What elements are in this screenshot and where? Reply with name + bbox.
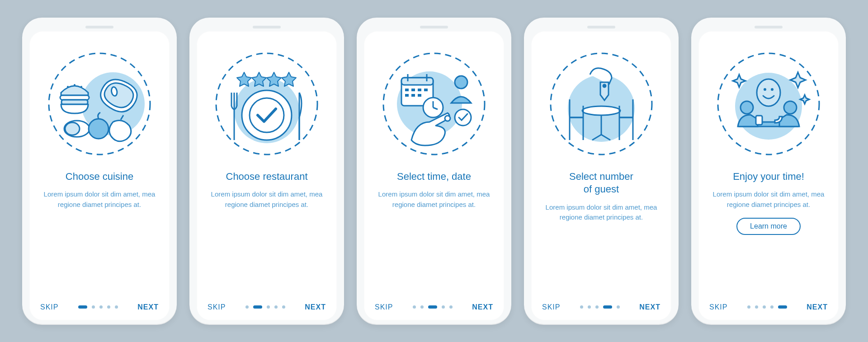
table-guests-icon [545, 47, 658, 160]
dot [245, 305, 249, 309]
svg-point-37 [445, 116, 450, 121]
svg-point-49 [757, 79, 780, 106]
dot [267, 305, 270, 309]
dot [274, 305, 278, 309]
dot [588, 305, 591, 309]
pagination-dots [245, 305, 285, 309]
phone-frame: Select time, date Lorem ipsum dolor sit … [357, 18, 511, 325]
skip-button[interactable]: SKIP [709, 303, 727, 311]
dot [282, 305, 285, 309]
pagination-dots [580, 305, 620, 309]
screen-footer: SKIP NEXT [39, 303, 160, 312]
phone-frame: Select number of guest Lorem ipsum dolor… [524, 18, 679, 325]
screen-footer: SKIP NEXT [374, 303, 494, 312]
dot-active [78, 305, 87, 309]
skip-button[interactable]: SKIP [375, 303, 393, 311]
dot [763, 305, 766, 309]
onboarding-screen-5: Enjoy your time! Lorem ipsum dolor sit d… [698, 31, 839, 320]
restaurant-rating-icon [210, 47, 323, 160]
svg-rect-29 [405, 94, 409, 97]
svg-rect-28 [424, 89, 428, 91]
svg-point-36 [455, 109, 471, 126]
screen-title: Choose restaurant [226, 170, 308, 183]
dot [449, 305, 453, 309]
screen-footer: SKIP NEXT [541, 303, 661, 312]
dot [413, 305, 416, 309]
screen-footer: SKIP NEXT [708, 303, 829, 312]
screen-body: Lorem ipsum dolor sit dim amet, mea regi… [43, 189, 156, 210]
learn-more-button[interactable]: Learn more [736, 218, 801, 235]
svg-point-53 [741, 101, 753, 114]
next-button[interactable]: NEXT [137, 303, 159, 311]
dot-active [603, 305, 612, 309]
dot [747, 305, 750, 309]
skip-button[interactable]: SKIP [40, 303, 58, 311]
dot [770, 305, 774, 309]
dot [755, 305, 758, 309]
svg-point-50 [764, 88, 766, 91]
dot-active [778, 305, 787, 309]
svg-rect-22 [401, 78, 433, 85]
pagination-dots [747, 305, 787, 309]
onboarding-row: Choose cuisine Lorem ipsum dolor sit dim… [22, 18, 846, 325]
dot-active [428, 305, 437, 309]
phone-speaker [755, 26, 783, 28]
svg-point-4 [67, 86, 69, 88]
dot [420, 305, 424, 309]
dot [580, 305, 583, 309]
dot [617, 305, 620, 309]
svg-rect-30 [411, 94, 415, 97]
screen-title: Select number of guest [569, 170, 633, 196]
next-button[interactable]: NEXT [807, 303, 828, 311]
phone-speaker [420, 26, 448, 28]
svg-point-51 [771, 88, 774, 91]
onboarding-screen-4: Select number of guest Lorem ipsum dolor… [531, 31, 671, 320]
svg-point-41 [582, 106, 620, 115]
phone-speaker [587, 26, 615, 28]
screen-footer: SKIP NEXT [207, 303, 327, 312]
svg-point-6 [80, 86, 82, 88]
screen-title: Choose cuisine [66, 170, 133, 183]
onboarding-screen-1: Choose cuisine Lorem ipsum dolor sit dim… [29, 31, 170, 320]
svg-point-5 [74, 84, 75, 86]
svg-point-55 [784, 101, 797, 114]
screen-title: Enjoy your time! [733, 170, 804, 183]
next-button[interactable]: NEXT [305, 303, 326, 311]
cuisine-icon [43, 47, 156, 160]
screen-body: Lorem ipsum dolor sit dim amet, mea regi… [545, 202, 658, 223]
svg-point-40 [603, 84, 606, 87]
phone-frame: Enjoy your time! Lorem ipsum dolor sit d… [691, 18, 846, 325]
phone-speaker [253, 26, 281, 28]
phone-frame: Choose restaurant Lorem ipsum dolor sit … [189, 18, 344, 325]
svg-point-9 [65, 122, 80, 135]
dot [115, 305, 118, 309]
svg-point-14 [250, 98, 284, 132]
dot [442, 305, 445, 309]
skip-button[interactable]: SKIP [208, 303, 226, 311]
svg-rect-25 [405, 89, 409, 91]
phone-frame: Choose cuisine Lorem ipsum dolor sit dim… [22, 18, 177, 325]
screen-body: Lorem ipsum dolor sit dim amet, mea regi… [377, 189, 491, 210]
next-button[interactable]: NEXT [639, 303, 660, 311]
screen-title: Select time, date [397, 170, 471, 183]
pagination-dots [78, 305, 118, 309]
svg-point-10 [89, 119, 108, 139]
skip-button[interactable]: SKIP [542, 303, 560, 311]
calendar-time-icon [377, 47, 491, 160]
svg-rect-26 [411, 89, 415, 91]
dot [107, 305, 110, 309]
svg-rect-27 [418, 89, 421, 91]
screen-body: Lorem ipsum dolor sit dim amet, mea regi… [712, 189, 825, 210]
dot [99, 305, 103, 309]
svg-rect-31 [418, 94, 421, 97]
screen-body: Lorem ipsum dolor sit dim amet, mea regi… [210, 189, 323, 210]
next-button[interactable]: NEXT [472, 303, 493, 311]
onboarding-screen-3: Select time, date Lorem ipsum dolor sit … [364, 31, 504, 320]
dot [595, 305, 599, 309]
enjoy-icon [712, 47, 825, 160]
svg-rect-54 [756, 116, 762, 125]
phone-speaker [85, 26, 113, 28]
dot-active [253, 305, 262, 309]
dot [92, 305, 95, 309]
onboarding-screen-2: Choose restaurant Lorem ipsum dolor sit … [197, 31, 337, 320]
